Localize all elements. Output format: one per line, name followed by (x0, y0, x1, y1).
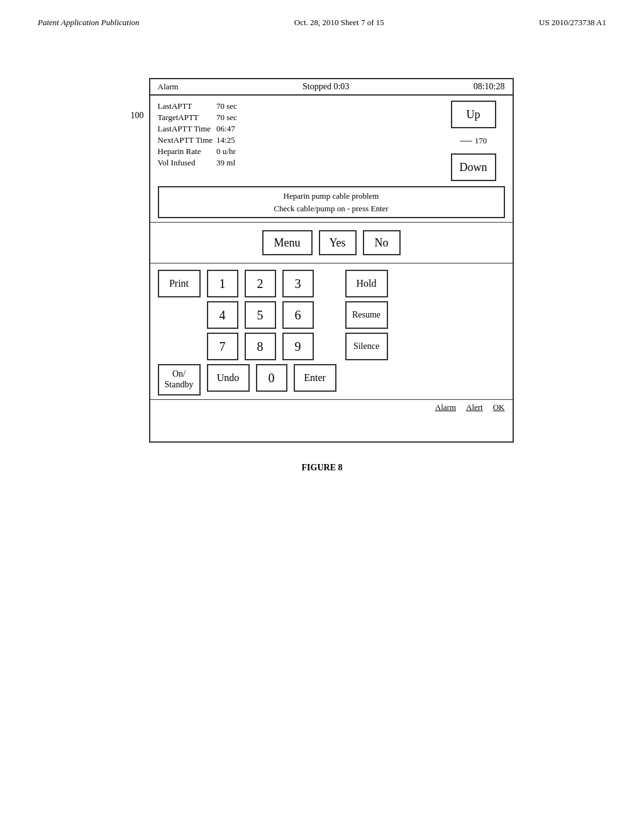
info-row: Heparin Rate0 u/hr (158, 146, 241, 157)
btn-0[interactable]: 0 (256, 364, 287, 392)
numpad-left-col: Print On/ Standby (158, 270, 201, 396)
separator-1 (150, 222, 513, 223)
device-label-100: 100 (131, 111, 144, 121)
status-bar: Alarm Stopped 0:03 08:10:28 (150, 79, 513, 96)
menu-button[interactable]: Menu (262, 230, 313, 255)
resume-button[interactable]: Resume (345, 301, 388, 329)
no-button[interactable]: No (363, 230, 401, 255)
numpad-row-2: 4 5 6 (207, 301, 336, 329)
scale-line (460, 141, 472, 141)
info-label: TargetAPTT (158, 112, 217, 123)
status-alarm: Alarm (158, 82, 179, 92)
info-label: LastAPTT (158, 101, 217, 112)
btn-4[interactable]: 4 (207, 301, 238, 329)
status-time: 08:10:28 (474, 82, 505, 92)
btn-6[interactable]: 6 (282, 301, 314, 329)
bottom-bar: Alarm Alert OK (150, 399, 513, 415)
bottom-alert[interactable]: Alert (466, 402, 483, 412)
btn-2[interactable]: 2 (245, 270, 276, 297)
down-button[interactable]: Down (451, 153, 496, 181)
info-row: LastAPTT70 sec (158, 101, 241, 112)
up-button[interactable]: Up (451, 101, 496, 128)
header-center: Oct. 28, 2010 Sheet 7 of 15 (294, 18, 384, 28)
info-label: NextAPTT Time (158, 135, 217, 146)
info-label: Heparin Rate (158, 146, 217, 157)
yes-button[interactable]: Yes (319, 230, 357, 255)
scale-indicator: 170 (460, 136, 487, 146)
alert-line-1: Heparin pump cable problem (164, 190, 499, 202)
info-row: LastAPTT Time06:47 (158, 123, 241, 135)
hold-button[interactable]: Hold (345, 270, 388, 297)
info-label: LastAPTT Time (158, 123, 217, 135)
info-row: Vol Infused39 ml (158, 157, 241, 169)
numpad-center-col: 1 2 3 4 5 6 7 8 9 Undo (207, 270, 336, 396)
menu-row: Menu Yes No (150, 226, 513, 259)
silence-button[interactable]: Silence (345, 333, 388, 360)
info-value: 70 sec (216, 101, 241, 112)
info-controls: Up 170 Down (442, 101, 505, 181)
numpad-right-col: Hold Resume Silence (345, 270, 388, 396)
header-left: Patent Application Publication (38, 18, 140, 28)
btn-3[interactable]: 3 (282, 270, 314, 297)
info-row: NextAPTT Time14:25 (158, 135, 241, 146)
btn-7[interactable]: 7 (207, 333, 238, 360)
numpad-row-4: Undo 0 Enter (207, 364, 336, 392)
page-header: Patent Application Publication Oct. 28, … (0, 0, 644, 28)
scale-value: 170 (475, 136, 487, 146)
btn-8[interactable]: 8 (245, 333, 276, 360)
bottom-ok[interactable]: OK (493, 402, 505, 412)
info-section: LastAPTT70 secTargetAPTT70 secLastAPTT T… (150, 96, 513, 184)
device: Alarm Stopped 0:03 08:10:28 LastAPTT70 s… (149, 78, 514, 443)
numpad-section: Print On/ Standby 1 2 3 4 5 6 (150, 267, 513, 399)
info-row: TargetAPTT70 sec (158, 112, 241, 123)
btn-5[interactable]: 5 (245, 301, 276, 329)
main-content: 100 Alarm Stopped 0:03 08:10:28 LastAPTT… (0, 28, 644, 473)
alert-line-2: Check cable/pump on - press Enter (164, 202, 499, 215)
figure-caption: FIGURE 8 (302, 463, 343, 473)
undo-button[interactable]: Undo (207, 364, 250, 392)
alert-box: Heparin pump cable problem Check cable/p… (158, 186, 505, 218)
print-button[interactable]: Print (158, 270, 201, 297)
info-table: LastAPTT70 secTargetAPTT70 secLastAPTT T… (158, 101, 241, 169)
standby-button[interactable]: On/ Standby (158, 364, 201, 396)
info-value: 70 sec (216, 112, 241, 123)
info-data: LastAPTT70 secTargetAPTT70 secLastAPTT T… (158, 101, 442, 181)
numpad-row-1: 1 2 3 (207, 270, 336, 297)
info-label: Vol Infused (158, 157, 217, 169)
separator-2 (150, 263, 513, 263)
info-value: 39 ml (216, 157, 241, 169)
btn-1[interactable]: 1 (207, 270, 238, 297)
info-value: 14:25 (216, 135, 241, 146)
info-value: 0 u/hr (216, 146, 241, 157)
btn-9[interactable]: 9 (282, 333, 314, 360)
enter-button[interactable]: Enter (294, 364, 336, 392)
info-value: 06:47 (216, 123, 241, 135)
device-wrapper: 100 Alarm Stopped 0:03 08:10:28 LastAPTT… (131, 78, 514, 443)
header-right: US 2010/273738 A1 (539, 18, 606, 28)
bottom-alarm[interactable]: Alarm (435, 402, 456, 412)
numpad-row-3: 7 8 9 (207, 333, 336, 360)
status-stopped: Stopped 0:03 (303, 82, 349, 92)
